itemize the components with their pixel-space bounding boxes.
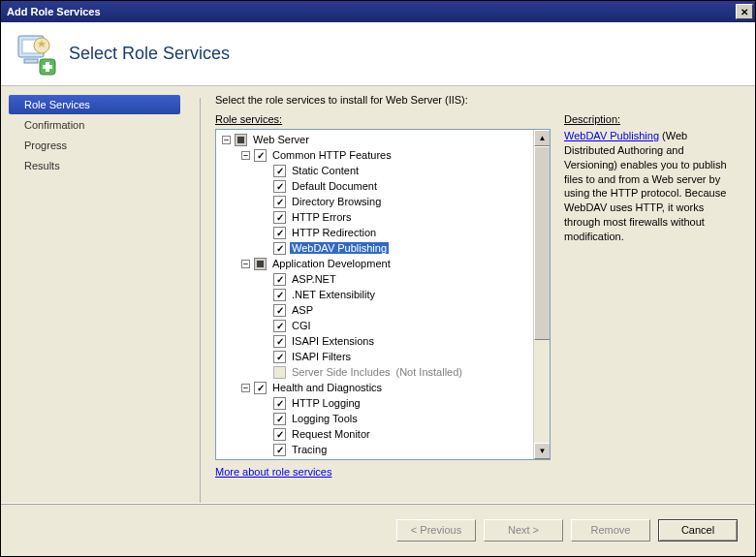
checkbox[interactable] bbox=[273, 165, 286, 177]
tree-node-label[interactable]: HTTP Redirection bbox=[290, 227, 378, 238]
tree-node[interactable]: ASP bbox=[216, 302, 550, 318]
next-button: Next > bbox=[484, 519, 563, 542]
page-title: Select Role Services bbox=[69, 44, 230, 64]
wizard-header: Select Role Services bbox=[1, 22, 755, 86]
tree-node-status: (Not Installed) bbox=[396, 366, 462, 378]
description-body: (Web Distributed Authoring and Versionin… bbox=[564, 130, 727, 242]
checkbox[interactable] bbox=[254, 149, 267, 162]
description-label: Description: bbox=[564, 113, 620, 125]
window-title: Add Role Services bbox=[7, 6, 736, 17]
tree-node[interactable]: .NET Extensibility bbox=[216, 287, 550, 302]
cancel-button[interactable]: Cancel bbox=[658, 519, 738, 542]
tree-node[interactable]: Request Monitor bbox=[216, 426, 550, 442]
checkbox[interactable] bbox=[273, 289, 286, 301]
tree-node[interactable]: CGI bbox=[216, 318, 550, 333]
description-text: WebDAV Publishing (Web Distributed Autho… bbox=[564, 129, 740, 244]
collapse-icon[interactable]: − bbox=[241, 151, 250, 160]
remove-button: Remove bbox=[571, 519, 650, 542]
tree-node-label[interactable]: ISAPI Filters bbox=[290, 351, 353, 362]
scrollbar[interactable]: ▲ ▼ bbox=[533, 130, 550, 459]
description-link[interactable]: WebDAV Publishing bbox=[564, 130, 659, 141]
tree-node-label[interactable]: CGI bbox=[290, 320, 313, 331]
tree-node-label[interactable]: HTTP Logging bbox=[290, 397, 362, 409]
scroll-down-button[interactable]: ▼ bbox=[534, 443, 551, 459]
tree-node[interactable]: Tracing bbox=[216, 442, 550, 457]
checkbox[interactable] bbox=[273, 351, 286, 363]
separator bbox=[200, 98, 201, 503]
tree-node[interactable]: Static Content bbox=[216, 163, 550, 178]
collapse-icon[interactable]: − bbox=[222, 136, 231, 144]
tree-node[interactable]: ISAPI Extensions bbox=[216, 333, 550, 349]
svg-rect-2 bbox=[24, 59, 38, 63]
checkbox bbox=[273, 366, 286, 379]
tree-node-label[interactable]: Request Monitor bbox=[290, 428, 372, 440]
sidebar-item-confirmation[interactable]: Confirmation bbox=[9, 115, 180, 135]
tree-node-label[interactable]: ASP.NET bbox=[290, 273, 338, 285]
collapse-icon[interactable]: − bbox=[241, 260, 250, 268]
tree-node[interactable]: ISAPI Filters bbox=[216, 349, 550, 364]
checkbox[interactable] bbox=[254, 258, 267, 270]
tree-node[interactable]: HTTP Logging bbox=[216, 395, 550, 411]
tree-node-label[interactable]: Server Side Includes bbox=[290, 366, 393, 378]
checkbox[interactable] bbox=[273, 397, 286, 410]
svg-rect-6 bbox=[43, 65, 52, 69]
tree-node-label[interactable]: Directory Browsing bbox=[290, 196, 383, 207]
role-services-label: Role services: bbox=[215, 113, 282, 125]
tree-node-label[interactable]: Web Server bbox=[251, 134, 311, 145]
close-button[interactable]: ✕ bbox=[736, 4, 753, 19]
tree-node-label[interactable]: Application Development bbox=[270, 258, 393, 269]
instruction-text: Select the role services to install for … bbox=[215, 94, 745, 106]
tree-node[interactable]: Server Side Includes(Not Installed) bbox=[216, 364, 550, 380]
checkbox[interactable] bbox=[235, 134, 247, 146]
tree-node[interactable]: −Common HTTP Features bbox=[216, 147, 550, 163]
title-bar: Add Role Services ✕ bbox=[1, 1, 755, 22]
checkbox[interactable] bbox=[273, 428, 286, 441]
tree-node[interactable]: −Web Server bbox=[216, 132, 550, 147]
tree-node-label[interactable]: Logging Tools bbox=[290, 413, 360, 424]
previous-button: < Previous bbox=[396, 519, 476, 542]
checkbox[interactable] bbox=[273, 413, 286, 425]
tree-node[interactable]: −Application Development bbox=[216, 256, 550, 271]
wizard-steps-sidebar: Role ServicesConfirmationProgressResults bbox=[1, 86, 188, 503]
tree-node-label[interactable]: HTTP Errors bbox=[290, 211, 354, 223]
checkbox[interactable] bbox=[273, 335, 286, 348]
sidebar-item-results[interactable]: Results bbox=[9, 156, 180, 175]
tree-node[interactable]: ASP.NET bbox=[216, 271, 550, 287]
sidebar-item-progress[interactable]: Progress bbox=[9, 136, 180, 155]
tree-node-label[interactable]: ISAPI Extensions bbox=[290, 335, 376, 347]
checkbox[interactable] bbox=[273, 320, 286, 332]
tree-node[interactable]: Default Document bbox=[216, 178, 550, 194]
tree-node-label[interactable]: Default Document bbox=[290, 180, 379, 192]
tree-node-label[interactable]: ASP bbox=[290, 304, 315, 316]
more-about-link[interactable]: More about role services bbox=[215, 466, 331, 478]
checkbox[interactable] bbox=[273, 242, 286, 255]
close-icon: ✕ bbox=[740, 7, 748, 17]
checkbox[interactable] bbox=[273, 227, 286, 239]
tree-node-label[interactable]: Common HTTP Features bbox=[270, 149, 394, 161]
tree-node[interactable]: Logging Tools bbox=[216, 411, 550, 426]
tree-node-label[interactable]: Tracing bbox=[290, 444, 329, 455]
tree-node-label[interactable]: WebDAV Publishing bbox=[290, 242, 389, 254]
tree-node[interactable]: WebDAV Publishing bbox=[216, 240, 550, 256]
tree-node-label[interactable]: Health and Diagnostics bbox=[270, 382, 384, 393]
collapse-icon[interactable]: − bbox=[241, 384, 250, 392]
checkbox[interactable] bbox=[273, 273, 286, 286]
sidebar-item-role-services[interactable]: Role Services bbox=[9, 95, 180, 114]
scroll-thumb[interactable] bbox=[534, 146, 551, 340]
checkbox[interactable] bbox=[273, 211, 286, 224]
header-icon bbox=[13, 32, 57, 77]
tree-node[interactable]: HTTP Redirection bbox=[216, 225, 550, 240]
checkbox[interactable] bbox=[273, 180, 286, 193]
tree-node[interactable]: Directory Browsing bbox=[216, 194, 550, 209]
checkbox[interactable] bbox=[254, 382, 267, 394]
checkbox[interactable] bbox=[273, 304, 286, 317]
wizard-footer: < Previous Next > Remove Cancel bbox=[1, 503, 755, 556]
tree-node[interactable]: HTTP Errors bbox=[216, 209, 550, 225]
role-services-tree[interactable]: −Web Server−Common HTTP FeaturesStatic C… bbox=[215, 129, 551, 460]
tree-node-label[interactable]: Static Content bbox=[290, 165, 361, 176]
checkbox[interactable] bbox=[273, 444, 286, 456]
scroll-up-button[interactable]: ▲ bbox=[534, 130, 551, 146]
checkbox[interactable] bbox=[273, 196, 286, 208]
tree-node[interactable]: −Health and Diagnostics bbox=[216, 380, 550, 395]
tree-node-label[interactable]: .NET Extensibility bbox=[290, 289, 377, 300]
